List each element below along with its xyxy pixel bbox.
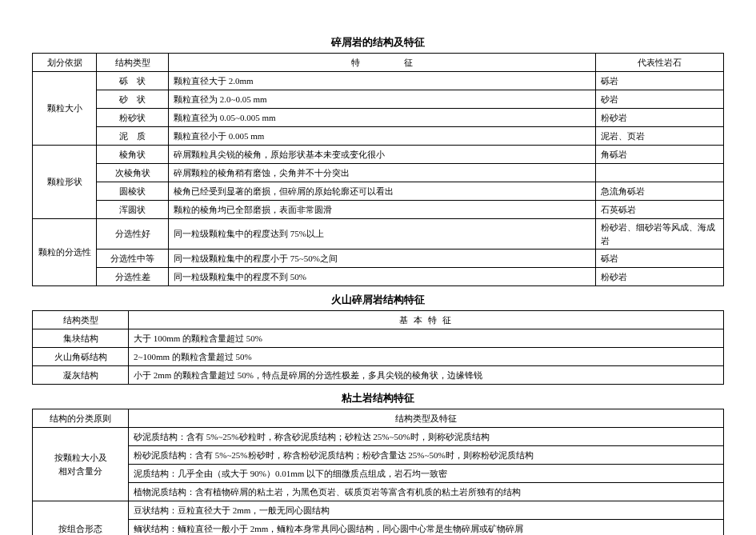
table1-header-feature: 特 征: [169, 54, 596, 72]
table-row: 分选性中等 同一粒级颗粒集中的程度小于 75~50%之间 砾岩: [33, 250, 724, 268]
table2-header-type: 结构类型: [33, 311, 129, 329]
feature-cell: 碎屑颗粒的棱角稍有磨蚀，尖角并不十分突出: [169, 164, 596, 182]
table1-header-type: 结构类型: [97, 54, 169, 72]
type-cell: 棱角状: [97, 146, 169, 164]
rep-cell: 急流角砾岩: [596, 182, 724, 201]
type-cell: 浑圆状: [97, 201, 169, 219]
type-cell: 圆棱状: [97, 182, 169, 201]
feature-cell: 颗粒直径大于 2.0mm: [169, 72, 596, 90]
rep-cell: 砾岩: [596, 72, 724, 90]
table-row: 集块结构 大于 100mm 的颗粒含量超过 50%: [33, 329, 724, 348]
table-row: 颗粒形状 棱角状 碎屑颗粒具尖锐的棱角，原始形状基本未变或变化很小 角砾岩: [33, 146, 724, 164]
table-row: 按组合形态 豆状结构：豆粒直径大于 2mm，一般无同心圆结构: [33, 501, 724, 520]
basis-cell: 颗粒形状: [33, 146, 97, 219]
table-row: 泥质结构：几乎全由（或大于 90%）0.01mm 以下的细微质点组成，岩石均一致…: [33, 465, 724, 483]
table2: 结构类型 基 本 特 征 集块结构 大于 100mm 的颗粒含量超过 50% 火…: [32, 310, 724, 385]
table1-title: 碎屑岩的结构及特征: [32, 35, 724, 50]
table-row: 分选性差 同一粒级颗粒集中的程度不到 50% 粉砂岩: [33, 268, 724, 286]
feature-cell: 粉砂泥质结构：含有 5%~25%粉砂时，称含粉砂泥质结构；粉砂含量达 25%~5…: [129, 446, 724, 465]
basis-cell: 按组合形态: [33, 501, 129, 536]
type-cell: 火山角砾结构: [33, 348, 129, 366]
rep-cell: 粉砂岩、细砂岩等风成、海成岩: [596, 219, 724, 250]
table-row: 圆棱状 棱角已经受到显著的磨损，但碎屑的原始轮廓还可以看出 急流角砾岩: [33, 182, 724, 201]
feature-cell: 泥质结构：几乎全由（或大于 90%）0.01mm 以下的细微质点组成，岩石均一致…: [129, 465, 724, 483]
type-cell: 砂 状: [97, 90, 169, 109]
feature-cell: 颗粒的棱角均已全部磨损，表面非常圆滑: [169, 201, 596, 219]
table-row: 泥 质 颗粒直径小于 0.005 mm 泥岩、页岩: [33, 127, 724, 146]
type-cell: 集块结构: [33, 329, 129, 348]
table3-title: 粘土岩结构特征: [32, 391, 724, 405]
table1: 划分依据 结构类型 特 征 代表性岩石 颗粒大小 砾 状 颗粒直径大于 2.0m…: [32, 53, 724, 286]
table-row: 鲕状结构：鲕粒直径一般小于 2mm，鲕粒本身常具同心圆结构，同心圆中心常是生物碎…: [33, 520, 724, 536]
table-row: 颗粒大小 砾 状 颗粒直径大于 2.0mm 砾岩: [33, 72, 724, 90]
table3-header-basis: 结构的分类原则: [33, 409, 129, 428]
feature-cell: 小于 2mm 的颗粒含量超过 50%，特点是碎屑的分选性极差，多具尖锐的棱角状，…: [129, 366, 724, 385]
feature-cell: 颗粒直径为 0.05~0.005 mm: [169, 109, 596, 127]
type-cell: 次棱角状: [97, 164, 169, 182]
feature-cell: 同一粒级颗粒集中的程度达到 75%以上: [169, 219, 596, 250]
table3: 结构的分类原则 结构类型及特征 按颗粒大小及 相对含量分 砂泥质结构：含有 5%…: [32, 409, 724, 535]
table2-title: 火山碎屑岩结构特征: [32, 293, 724, 307]
type-cell: 分选性差: [97, 268, 169, 286]
type-cell: 砾 状: [97, 72, 169, 90]
feature-cell: 大于 100mm 的颗粒含量超过 50%: [129, 329, 724, 348]
table1-header-row: 划分依据 结构类型 特 征 代表性岩石: [33, 54, 724, 72]
type-cell: 粉砂状: [97, 109, 169, 127]
rep-cell: 砂岩: [596, 90, 724, 109]
table-row: 按颗粒大小及 相对含量分 砂泥质结构：含有 5%~25%砂粒时，称含砂泥质结构；…: [33, 428, 724, 446]
table-row: 火山角砾结构 2~100mm 的颗粒含量超过 50%: [33, 348, 724, 366]
table3-header-row: 结构的分类原则 结构类型及特征: [33, 409, 724, 428]
rep-cell: 泥岩、页岩: [596, 127, 724, 146]
table-row: 浑圆状 颗粒的棱角均已全部磨损，表面非常圆滑 石英砾岩: [33, 201, 724, 219]
feature-cell: 同一粒级颗粒集中的程度小于 75~50%之间: [169, 250, 596, 268]
table2-header-feature: 基 本 特 征: [129, 311, 724, 329]
feature-cell: 颗粒直径小于 0.005 mm: [169, 127, 596, 146]
table1-header-rep: 代表性岩石: [596, 54, 724, 72]
rep-cell: 角砾岩: [596, 146, 724, 164]
rep-cell: 粉砂岩: [596, 268, 724, 286]
feature-cell: 鲕状结构：鲕粒直径一般小于 2mm，鲕粒本身常具同心圆结构，同心圆中心常是生物碎…: [129, 520, 724, 536]
table3-header-feature: 结构类型及特征: [129, 409, 724, 428]
table-row: 粉砂泥质结构：含有 5%~25%粉砂时，称含粉砂泥质结构；粉砂含量达 25%~5…: [33, 446, 724, 465]
feature-cell: 碎屑颗粒具尖锐的棱角，原始形状基本未变或变化很小: [169, 146, 596, 164]
feature-cell: 植物泥质结构：含有植物碎屑的粘土岩，为黑色页岩、碳质页岩等富含有机质的粘土岩所独…: [129, 483, 724, 501]
basis-cell: 颗粒大小: [33, 72, 97, 146]
basis-cell: 按颗粒大小及 相对含量分: [33, 428, 129, 501]
type-cell: 泥 质: [97, 127, 169, 146]
feature-cell: 砂泥质结构：含有 5%~25%砂粒时，称含砂泥质结构；砂粒达 25%~50%时，…: [129, 428, 724, 446]
table-row: 次棱角状 碎屑颗粒的棱角稍有磨蚀，尖角并不十分突出: [33, 164, 724, 182]
rep-cell: [596, 164, 724, 182]
table2-header-row: 结构类型 基 本 特 征: [33, 311, 724, 329]
rep-cell: 砾岩: [596, 250, 724, 268]
feature-cell: 同一粒级颗粒集中的程度不到 50%: [169, 268, 596, 286]
table-row: 凝灰结构 小于 2mm 的颗粒含量超过 50%，特点是碎屑的分选性极差，多具尖锐…: [33, 366, 724, 385]
table-row: 粉砂状 颗粒直径为 0.05~0.005 mm 粉砂岩: [33, 109, 724, 127]
rep-cell: 石英砾岩: [596, 201, 724, 219]
feature-cell: 豆状结构：豆粒直径大于 2mm，一般无同心圆结构: [129, 501, 724, 520]
table1-header-basis: 划分依据: [33, 54, 97, 72]
type-cell: 分选性好: [97, 219, 169, 250]
table-row: 砂 状 颗粒直径为 2.0~0.05 mm 砂岩: [33, 90, 724, 109]
feature-cell: 2~100mm 的颗粒含量超过 50%: [129, 348, 724, 366]
feature-cell: 棱角已经受到显著的磨损，但碎屑的原始轮廓还可以看出: [169, 182, 596, 201]
table-row: 植物泥质结构：含有植物碎屑的粘土岩，为黑色页岩、碳质页岩等富含有机质的粘土岩所独…: [33, 483, 724, 501]
rep-cell: 粉砂岩: [596, 109, 724, 127]
type-cell: 分选性中等: [97, 250, 169, 268]
basis-cell: 颗粒的分选性: [33, 219, 97, 286]
feature-cell: 颗粒直径为 2.0~0.05 mm: [169, 90, 596, 109]
type-cell: 凝灰结构: [33, 366, 129, 385]
table-row: 颗粒的分选性 分选性好 同一粒级颗粒集中的程度达到 75%以上 粉砂岩、细砂岩等…: [33, 219, 724, 250]
